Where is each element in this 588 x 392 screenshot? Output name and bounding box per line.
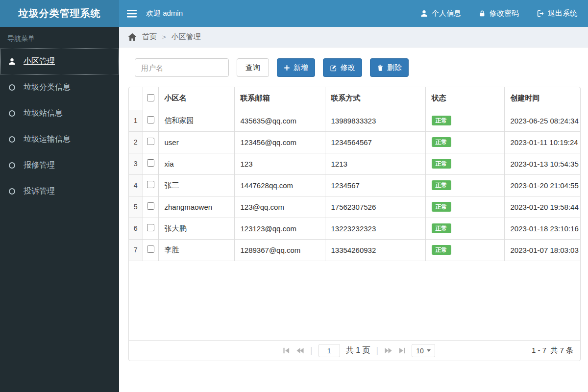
row-index: 1 (129, 110, 143, 131)
circle-icon (7, 136, 16, 143)
sign-out-icon (537, 10, 544, 17)
plus-icon (284, 65, 290, 71)
topbar-menu: 个人信息修改密码退出系统 (420, 9, 588, 18)
page-size-select[interactable]: 10 (412, 344, 435, 357)
row-index: 5 (129, 196, 143, 218)
cell-created-time: 2023-01-20 21:04:55 (504, 174, 580, 196)
status-badge: 正常 (432, 159, 451, 169)
toolbar: 查询 新增 修改 删除 (119, 48, 588, 77)
welcome-text: 欢迎 admin (146, 9, 183, 18)
cell-email: 1289367@qq.com (234, 239, 325, 261)
sidebar-item[interactable]: 报修管理 (0, 152, 119, 178)
cell-phone: 13989833323 (325, 110, 425, 131)
app-title: 垃圾分类管理系统 (0, 0, 119, 27)
status-badge: 正常 (432, 202, 451, 212)
cell-phone: 13354260932 (325, 239, 425, 261)
data-table: 小区名联系邮箱联系方式状态创建时间 1信和家园435635@qq.com1398… (129, 87, 580, 261)
cell-status: 正常 (425, 131, 504, 153)
cell-community-name: 张三 (158, 174, 234, 196)
table-body: 1信和家园435635@qq.com13989833323正常2023-06-2… (129, 110, 580, 261)
row-index: 3 (129, 153, 143, 174)
select-all-checkbox[interactable] (147, 94, 154, 101)
row-checkbox-cell (143, 174, 158, 196)
topbar-item[interactable]: 个人信息 (420, 9, 461, 18)
cell-community-name: zhangmaowen (158, 196, 234, 218)
chevron-down-icon (427, 349, 431, 352)
last-page-button[interactable] (398, 347, 406, 354)
row-index: 7 (129, 239, 143, 261)
delete-button[interactable]: 删除 (370, 58, 409, 77)
topbar-item-label: 退出系统 (548, 9, 577, 18)
row-checkbox[interactable] (147, 202, 154, 210)
first-page-button[interactable] (283, 347, 290, 354)
breadcrumb-current: 小区管理 (172, 32, 201, 42)
sidebar-item-label: 垃圾运输信息 (24, 134, 71, 145)
row-checkbox[interactable] (147, 138, 154, 145)
query-button[interactable]: 查询 (237, 58, 269, 77)
sidebar-item[interactable]: 投诉管理 (0, 178, 119, 204)
table-row: 5zhangmaowen123@qq.com17562307526正常2023-… (129, 196, 580, 218)
cell-community-name: 李胜 (158, 239, 234, 261)
sidebar-menu: 小区管理垃圾分类信息垃圾站信息垃圾运输信息报修管理投诉管理 (0, 49, 119, 204)
breadcrumb-home[interactable]: 首页 (142, 32, 157, 42)
sidebar-item[interactable]: 垃圾站信息 (0, 100, 119, 126)
user-icon (420, 10, 428, 17)
row-index: 4 (129, 174, 143, 196)
topbar-item[interactable]: 修改密码 (479, 9, 519, 18)
sidebar-item[interactable]: 小区管理 (0, 49, 119, 74)
cell-community-name: user (158, 131, 234, 153)
home-icon (128, 33, 137, 41)
row-checkbox[interactable] (147, 181, 154, 188)
topbar-item[interactable]: 退出系统 (537, 9, 577, 18)
cell-created-time: 2023-06-25 08:24:34 (504, 110, 580, 131)
row-checkbox[interactable] (147, 116, 154, 123)
cell-email: 123456@qq.com (234, 131, 325, 153)
row-index: 2 (129, 131, 143, 153)
sidebar-section-label: 导航菜单 (0, 27, 119, 49)
row-checkbox-cell (143, 110, 158, 131)
status-badge: 正常 (432, 180, 451, 190)
cell-phone: 17562307526 (325, 196, 425, 218)
edit-button[interactable]: 修改 (323, 58, 362, 77)
pagination-divider: | (310, 345, 313, 356)
total-pages-label: 共 1 页 (346, 345, 370, 356)
topbar-item-label: 修改密码 (490, 9, 519, 18)
trash-icon (377, 64, 384, 72)
cell-community-name: 信和家园 (158, 110, 234, 131)
cell-email: 123123@qq.com (234, 218, 325, 239)
row-checkbox-cell (143, 196, 158, 218)
search-input[interactable] (135, 58, 229, 77)
circle-icon (7, 188, 16, 195)
content-area: 首页 > 小区管理 查询 新增 (119, 27, 588, 392)
page-size-value: 10 (416, 347, 424, 355)
edit-icon (330, 64, 337, 72)
cell-community-name: xia (158, 153, 234, 174)
sidebar-item[interactable]: 垃圾分类信息 (0, 74, 119, 100)
table-row: 2user123456@qq.com1234564567正常2023-01-11… (129, 131, 580, 153)
circle-icon (7, 84, 16, 91)
page-number-input[interactable] (318, 344, 340, 357)
row-checkbox[interactable] (147, 245, 154, 253)
row-index: 6 (129, 218, 143, 239)
row-checkbox-cell (143, 131, 158, 153)
row-checkbox[interactable] (147, 224, 154, 231)
status-badge: 正常 (432, 223, 451, 233)
topbar-item-label: 个人信息 (432, 9, 461, 18)
next-page-button[interactable] (384, 347, 392, 354)
status-badge: 正常 (432, 245, 451, 255)
hamburger-icon[interactable] (119, 0, 146, 27)
table-row: 6张大鹏123123@qq.com13223232323正常2023-01-18… (129, 218, 580, 239)
status-badge: 正常 (432, 116, 451, 125)
cell-created-time: 2023-01-18 23:10:16 (504, 218, 580, 239)
cell-phone: 13223232323 (325, 218, 425, 239)
cell-email: 123 (234, 153, 325, 174)
main-area: 导航菜单 小区管理垃圾分类信息垃圾站信息垃圾运输信息报修管理投诉管理 首页 > … (0, 27, 588, 392)
cell-email: 123@qq.com (234, 196, 325, 218)
cell-email: 1447628qq.com (234, 174, 325, 196)
sidebar-item[interactable]: 垃圾运输信息 (0, 126, 119, 152)
prev-page-button[interactable] (296, 347, 304, 354)
row-checkbox[interactable] (147, 159, 154, 167)
add-button[interactable]: 新增 (277, 58, 315, 77)
row-checkbox-cell (143, 239, 158, 261)
row-checkbox-cell (143, 153, 158, 174)
